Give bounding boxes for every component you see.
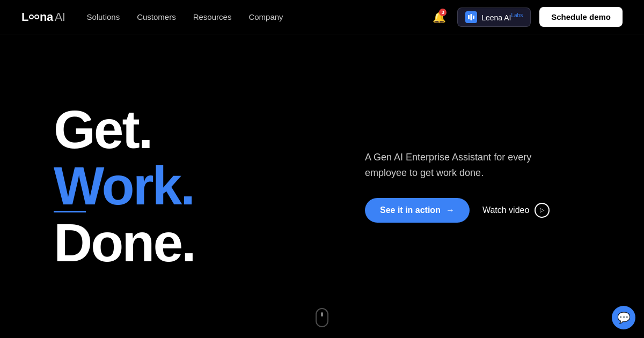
- logo-oo: [29, 14, 39, 19]
- navbar-left: L na AI Solutions Customers Resources Co: [21, 10, 283, 24]
- scroll-indicator: [316, 308, 328, 327]
- scroll-dot: [316, 308, 328, 327]
- hero-right: A Gen AI Enterprise Assistant for every …: [322, 150, 590, 223]
- hero-title: Get. Work. Done.: [54, 101, 322, 271]
- nav-item-customers[interactable]: Customers: [137, 12, 176, 22]
- svg-rect-2: [473, 16, 474, 19]
- nav-link-company[interactable]: Company: [248, 12, 283, 21]
- svg-rect-1: [471, 14, 472, 20]
- logo[interactable]: L na AI: [21, 10, 65, 24]
- notification-badge: 3: [439, 9, 447, 16]
- leena-labs-text: Leena AILabs: [481, 12, 523, 22]
- chat-icon: 💬: [617, 311, 631, 324]
- schedule-demo-button[interactable]: Schedule demo: [539, 7, 623, 27]
- svg-rect-0: [468, 15, 470, 19]
- nav-link-solutions[interactable]: Solutions: [86, 12, 120, 21]
- hero-actions: See it in action → Watch video ▷: [365, 198, 590, 223]
- chat-bubble-button[interactable]: 💬: [612, 306, 635, 329]
- nav-item-resources[interactable]: Resources: [193, 12, 232, 22]
- hero-title-line3: Done.: [54, 215, 322, 271]
- hero-title-line1: Get.: [54, 101, 322, 158]
- nav-link-resources[interactable]: Resources: [193, 12, 232, 21]
- navbar-right: 🔔 3 Leena AILabs Schedule demo: [429, 7, 623, 27]
- nav-link-customers[interactable]: Customers: [137, 12, 176, 21]
- nav-item-company[interactable]: Company: [248, 12, 283, 22]
- see-it-in-action-button[interactable]: See it in action →: [365, 198, 470, 223]
- watch-video-label: Watch video: [482, 205, 529, 215]
- logo-brand: L na AI: [21, 10, 65, 24]
- notification-button[interactable]: 🔔 3: [429, 8, 449, 27]
- leena-labs-icon: [465, 11, 477, 23]
- leena-labs-name: Leena AI: [481, 13, 511, 21]
- hero-title-line2: Work.: [54, 158, 322, 214]
- scroll-dot-inner: [321, 312, 323, 317]
- nav-links: Solutions Customers Resources Company: [86, 12, 283, 22]
- arrow-right-icon: →: [446, 205, 455, 215]
- hero-left: Get. Work. Done.: [54, 101, 322, 271]
- leena-labs-button[interactable]: Leena AILabs: [457, 8, 531, 27]
- labs-tag: Labs: [511, 12, 523, 18]
- hero-section: Get. Work. Done. A Gen AI Enterprise Ass…: [0, 34, 644, 338]
- hero-description: A Gen AI Enterprise Assistant for every …: [365, 150, 547, 181]
- see-action-label: See it in action: [380, 205, 441, 215]
- nav-item-solutions[interactable]: Solutions: [86, 12, 120, 22]
- watch-video-button[interactable]: Watch video ▷: [482, 203, 550, 218]
- play-icon: ▷: [535, 203, 550, 218]
- navbar: L na AI Solutions Customers Resources Co: [0, 0, 644, 34]
